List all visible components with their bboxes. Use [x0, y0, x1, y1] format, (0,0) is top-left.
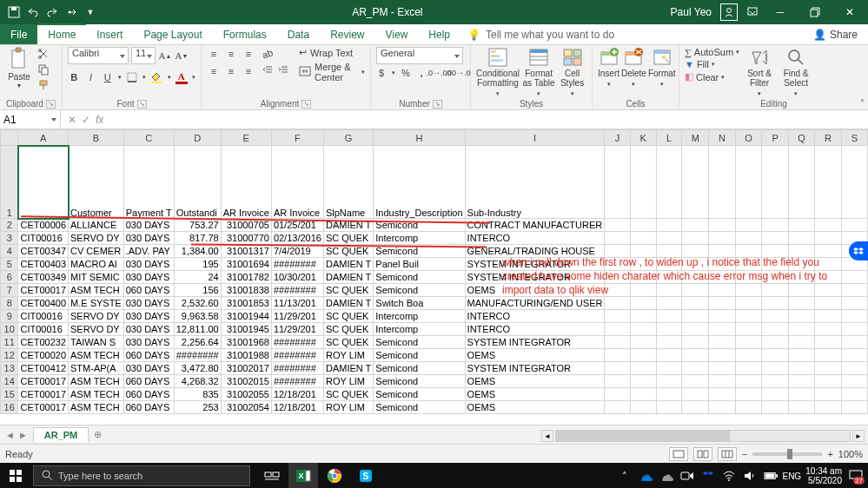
cell[interactable]: Intercomp: [374, 310, 465, 323]
cell[interactable]: MACRO AI: [69, 258, 124, 271]
cell[interactable]: [735, 232, 762, 245]
cell[interactable]: SC QUEK: [323, 336, 373, 349]
cell[interactable]: 060 DAYS: [123, 349, 174, 362]
user-avatar-icon[interactable]: [720, 3, 738, 21]
cell[interactable]: [656, 219, 681, 232]
cell[interactable]: [815, 219, 841, 232]
cell[interactable]: 156: [174, 284, 221, 297]
col-header[interactable]: G: [323, 130, 373, 146]
cell[interactable]: 030 DAYS: [123, 258, 174, 271]
cell[interactable]: 2,256.64: [174, 336, 221, 349]
cell[interactable]: [630, 310, 656, 323]
row-header[interactable]: 3: [1, 232, 18, 245]
cell[interactable]: [656, 146, 681, 219]
cell[interactable]: OEMS: [465, 375, 605, 388]
cell[interactable]: [630, 323, 656, 336]
cell[interactable]: [18, 146, 69, 219]
cell[interactable]: CET00400: [18, 297, 69, 310]
cell[interactable]: [815, 336, 841, 349]
cell[interactable]: [656, 310, 681, 323]
cell[interactable]: 030 DAYS: [123, 219, 174, 232]
cut-icon[interactable]: [36, 47, 50, 61]
cell[interactable]: [682, 232, 709, 245]
cell[interactable]: [709, 375, 735, 388]
cell[interactable]: [841, 271, 867, 284]
merge-center-button[interactable]: Merge & Center ▾: [299, 62, 365, 82]
cell[interactable]: Panel Buil: [374, 258, 465, 271]
col-header[interactable]: O: [735, 130, 762, 146]
onedrive-personal-icon[interactable]: [659, 469, 673, 483]
cell[interactable]: [762, 323, 788, 336]
cell[interactable]: 31002015: [221, 375, 271, 388]
cell[interactable]: CIT00016: [18, 323, 69, 336]
cell[interactable]: INTERCO: [465, 310, 605, 323]
cell[interactable]: CV CEMER: [69, 245, 124, 258]
font-size-select[interactable]: 11: [131, 47, 156, 64]
clear-button[interactable]: ◧Clear ▾: [685, 71, 739, 82]
cell[interactable]: ########: [271, 284, 323, 297]
page-layout-view-icon[interactable]: [693, 447, 712, 461]
cell[interactable]: [709, 362, 735, 375]
cell[interactable]: [841, 310, 867, 323]
cell[interactable]: ASM TECH: [69, 349, 124, 362]
cell[interactable]: 030 DAYS: [123, 323, 174, 336]
share-button[interactable]: 👤 Share: [803, 24, 868, 44]
cell[interactable]: [682, 401, 709, 414]
wifi-icon[interactable]: [722, 469, 736, 483]
taskbar-clock[interactable]: 10:34 am 5/5/2020: [805, 466, 842, 485]
cell[interactable]: [762, 297, 788, 310]
cell[interactable]: [656, 388, 681, 401]
touch-mode-icon[interactable]: [64, 5, 78, 19]
number-launcher-icon[interactable]: ↘: [433, 100, 442, 109]
cell[interactable]: [841, 284, 867, 297]
cell[interactable]: [762, 219, 788, 232]
align-bottom-icon[interactable]: ≡: [242, 47, 255, 61]
cell[interactable]: [709, 349, 735, 362]
cell[interactable]: CET00347: [18, 245, 69, 258]
col-header[interactable]: I: [465, 130, 605, 146]
align-middle-icon[interactable]: ≡: [224, 47, 238, 61]
cell[interactable]: SERVO DY: [69, 232, 124, 245]
cell[interactable]: 030 DAYS: [123, 310, 174, 323]
cell[interactable]: M.E SYSTE: [69, 297, 124, 310]
cell[interactable]: [841, 401, 867, 414]
cell[interactable]: CET00412: [18, 362, 69, 375]
cell[interactable]: ROY LIM: [323, 349, 373, 362]
cell[interactable]: [788, 349, 815, 362]
cell[interactable]: DAMIEN T: [323, 271, 373, 284]
cell[interactable]: [815, 146, 841, 219]
cell[interactable]: [682, 146, 709, 219]
col-header[interactable]: K: [630, 130, 656, 146]
cell[interactable]: Sub-Industry: [465, 146, 605, 219]
shrink-font-icon[interactable]: A▼: [175, 49, 189, 63]
italic-button[interactable]: I: [84, 70, 96, 84]
cell[interactable]: [815, 362, 841, 375]
cell[interactable]: [656, 349, 681, 362]
cell[interactable]: [788, 232, 815, 245]
format-cells-button[interactable]: Format▾: [648, 47, 676, 89]
cell[interactable]: [656, 336, 681, 349]
cell[interactable]: [682, 336, 709, 349]
cell[interactable]: Semicond: [374, 284, 465, 297]
cell[interactable]: [841, 375, 867, 388]
cell[interactable]: SC QUEK: [323, 310, 373, 323]
row-header[interactable]: 10: [1, 323, 18, 336]
cell[interactable]: CET00232: [18, 336, 69, 349]
cell[interactable]: 10/30/201: [271, 271, 323, 284]
fill-button[interactable]: ▼Fill ▾: [685, 59, 739, 69]
cell[interactable]: [762, 232, 788, 245]
cell[interactable]: 9,963.58: [174, 310, 221, 323]
cell[interactable]: 31001317: [221, 245, 271, 258]
percent-icon[interactable]: %: [401, 66, 411, 80]
col-header[interactable]: D: [174, 130, 221, 146]
cell[interactable]: 060 DAYS: [123, 284, 174, 297]
cell[interactable]: DAMIEN T: [323, 362, 373, 375]
cell[interactable]: ########: [271, 362, 323, 375]
tab-page-layout[interactable]: Page Layout: [133, 24, 212, 44]
select-all-corner[interactable]: [1, 130, 18, 146]
cell[interactable]: ########: [271, 258, 323, 271]
row-header[interactable]: 8: [1, 297, 18, 310]
cell[interactable]: 31001968: [221, 336, 271, 349]
cell[interactable]: [762, 362, 788, 375]
sheet-tab-active[interactable]: AR_PM: [33, 427, 89, 442]
